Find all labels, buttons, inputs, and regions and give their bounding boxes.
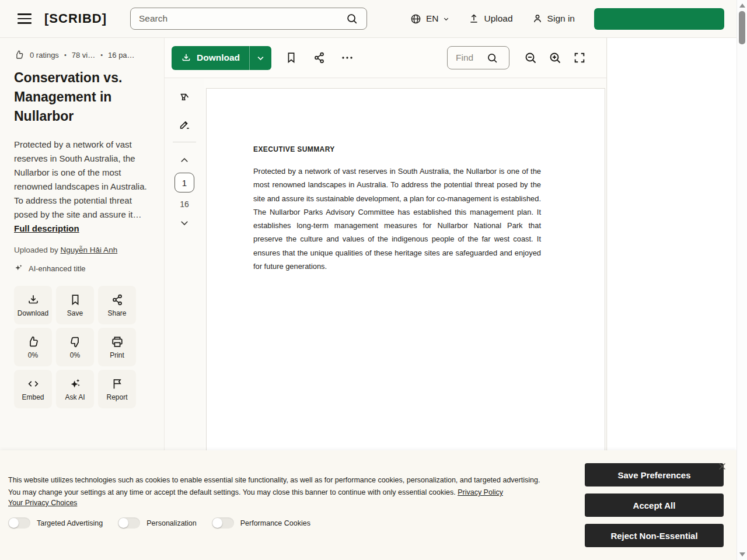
highlighter-icon[interactable] — [174, 88, 195, 108]
download-split-button[interactable]: Download — [172, 46, 271, 70]
ask-ai-tile[interactable]: Ask AI — [56, 370, 94, 408]
next-page-button[interactable] — [175, 215, 194, 230]
document-stats: 0 ratings • 78 vi… • 16 pa… — [14, 50, 150, 60]
description-text: Protected by a network of vast reserves … — [14, 139, 147, 219]
viewer-toolbar: Download — [165, 38, 606, 78]
find-box[interactable] — [447, 46, 509, 69]
personalization-toggle[interactable] — [118, 517, 140, 528]
performance-cookies-group: Performance Cookies — [212, 517, 310, 528]
scribd-logo[interactable]: [SCRIBD] — [44, 11, 107, 26]
download-button[interactable]: Download — [172, 46, 249, 70]
tile-label: 0% — [28, 351, 38, 359]
full-description-link[interactable]: Full description — [14, 223, 79, 233]
search-icon[interactable] — [486, 52, 498, 64]
tile-label: Print — [110, 351, 124, 359]
scrollbar-up-arrow[interactable] — [739, 4, 745, 8]
signin-label: Sign in — [547, 13, 575, 24]
cookie-consent-banner: This website utilizes technologies such … — [0, 450, 736, 560]
toolbar-left-group: Download — [172, 46, 359, 70]
zoom-controls — [518, 46, 591, 69]
toggle-knob — [118, 518, 128, 528]
targeted-advertising-toggle[interactable] — [8, 517, 30, 528]
toggle-label: Personalization — [146, 519, 196, 527]
edit-pencil-icon[interactable] — [174, 114, 195, 135]
more-options-button[interactable] — [336, 46, 359, 69]
upvote-tile[interactable]: 0% — [14, 328, 52, 366]
current-page-input[interactable]: 1 — [174, 173, 194, 192]
downvote-tile[interactable]: 0% — [56, 328, 94, 366]
uploaded-by-row: Uploaded by Nguyễn Hải Anh — [14, 246, 150, 254]
previous-page-button[interactable] — [175, 153, 194, 168]
share-button[interactable] — [308, 46, 331, 69]
scrollbar-down-arrow[interactable] — [739, 552, 745, 556]
document-description: Protected by a network of vast reserves … — [14, 138, 147, 236]
premium-cta-button[interactable] — [594, 8, 724, 30]
chevron-down-icon — [443, 16, 449, 22]
thumbs-up-icon — [14, 50, 25, 60]
tile-label: Embed — [22, 393, 44, 401]
language-label: EN — [426, 13, 439, 24]
document-actions-grid: Download Save Share 0% 0% — [14, 286, 150, 408]
print-tile[interactable]: Print — [98, 328, 136, 366]
toggle-knob — [9, 518, 19, 528]
toggle-knob — [212, 518, 222, 528]
targeted-advertising-group: Targeted Advertising — [8, 517, 103, 528]
total-pages-label: 16 — [180, 200, 189, 209]
share-tile[interactable]: Share — [98, 286, 136, 324]
scrollbar-thumb[interactable] — [739, 11, 745, 44]
tile-label: Save — [67, 309, 83, 317]
accept-all-button[interactable]: Accept All — [585, 494, 724, 517]
privacy-policy-link[interactable]: Privacy Policy — [458, 488, 503, 496]
download-label: Download — [197, 52, 240, 63]
ai-enhanced-label: AI-enhanced title — [29, 264, 86, 273]
globe-icon — [410, 13, 421, 24]
find-input[interactable] — [456, 52, 486, 63]
upload-button[interactable]: Upload — [469, 13, 512, 24]
pages-count: 16 pa… — [108, 51, 135, 60]
signin-button[interactable]: Sign in — [532, 13, 575, 24]
performance-cookies-toggle[interactable] — [212, 517, 234, 528]
person-icon — [532, 13, 543, 24]
personalization-group: Personalization — [118, 517, 196, 528]
header-right-group: EN Upload Sign in — [410, 8, 724, 30]
download-options-button[interactable] — [250, 46, 271, 70]
tile-label: 0% — [70, 351, 80, 359]
report-tile[interactable]: Report — [98, 370, 136, 408]
tile-label: Ask AI — [65, 393, 85, 401]
zoom-out-icon[interactable] — [519, 46, 542, 69]
save-preferences-button[interactable]: Save Preferences — [585, 463, 724, 487]
search-icon[interactable] — [345, 12, 358, 25]
embed-tile[interactable]: Embed — [14, 370, 52, 408]
bookmark-icon — [69, 293, 82, 306]
close-icon[interactable] — [715, 460, 728, 473]
save-tile[interactable]: Save — [56, 286, 94, 324]
tile-label: Share — [107, 309, 126, 317]
flag-icon — [111, 377, 124, 390]
tile-label: Download — [18, 309, 48, 317]
cookie-buttons-column: Save Preferences Accept All Reject Non-E… — [585, 463, 724, 547]
document-paragraph: Protected by a network of vast reserves … — [253, 164, 541, 273]
hamburger-menu-icon[interactable] — [18, 12, 32, 26]
toggle-label: Performance Cookies — [240, 519, 310, 527]
download-tile[interactable]: Download — [14, 286, 52, 324]
uploader-link[interactable]: Nguyễn Hải Anh — [61, 246, 118, 254]
current-page-number: 1 — [182, 178, 187, 188]
search-input[interactable] — [139, 13, 345, 24]
fullscreen-icon[interactable] — [568, 46, 591, 69]
search-bar[interactable] — [130, 8, 367, 30]
views-count: 78 vi… — [72, 51, 95, 60]
page-scrollbar[interactable] — [736, 0, 747, 560]
separator-dot: • — [100, 51, 103, 58]
ratings-count: 0 ratings — [30, 51, 59, 60]
language-selector[interactable]: EN — [410, 13, 450, 24]
code-icon — [27, 377, 40, 390]
sparkle-icon — [14, 264, 23, 273]
ai-enhanced-row: AI-enhanced title — [14, 264, 150, 273]
download-icon — [27, 293, 40, 306]
share-icon — [111, 293, 124, 306]
save-bookmark-button[interactable] — [280, 46, 303, 69]
zoom-in-icon[interactable] — [543, 46, 567, 69]
document-title: Conservation vs. Management in Nullarbor — [14, 68, 144, 126]
your-privacy-choices-link[interactable]: Your Privacy Choices — [8, 499, 77, 507]
reject-non-essential-button[interactable]: Reject Non-Essential — [585, 524, 724, 547]
